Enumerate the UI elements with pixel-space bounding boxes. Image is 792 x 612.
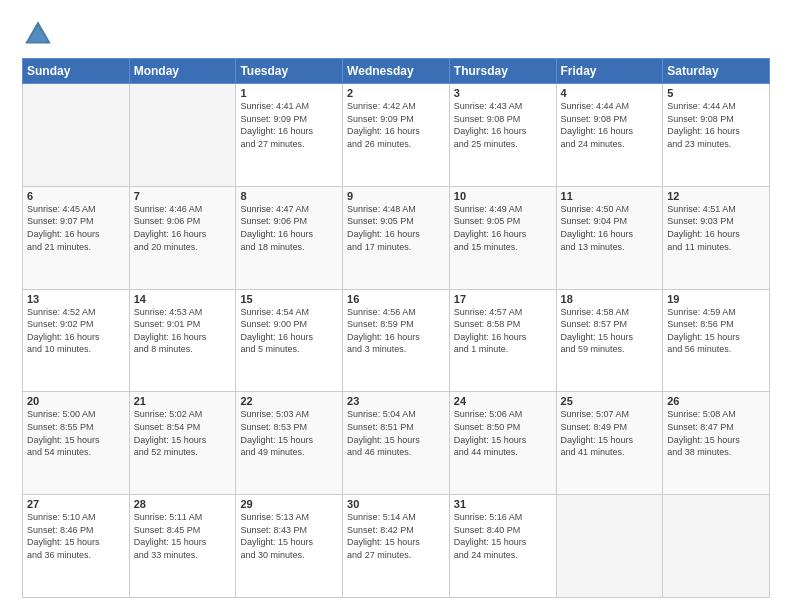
weekday-header-monday: Monday (129, 59, 236, 84)
calendar-cell: 14Sunrise: 4:53 AM Sunset: 9:01 PM Dayli… (129, 289, 236, 392)
day-number: 14 (134, 293, 232, 305)
calendar-cell: 20Sunrise: 5:00 AM Sunset: 8:55 PM Dayli… (23, 392, 130, 495)
calendar-cell: 1Sunrise: 4:41 AM Sunset: 9:09 PM Daylig… (236, 84, 343, 187)
calendar-cell: 18Sunrise: 4:58 AM Sunset: 8:57 PM Dayli… (556, 289, 663, 392)
day-number: 7 (134, 190, 232, 202)
calendar-cell: 3Sunrise: 4:43 AM Sunset: 9:08 PM Daylig… (449, 84, 556, 187)
calendar-cell: 30Sunrise: 5:14 AM Sunset: 8:42 PM Dayli… (343, 495, 450, 598)
day-info: Sunrise: 4:44 AM Sunset: 9:08 PM Dayligh… (667, 100, 765, 150)
calendar-cell: 31Sunrise: 5:16 AM Sunset: 8:40 PM Dayli… (449, 495, 556, 598)
calendar-week-row-2: 6Sunrise: 4:45 AM Sunset: 9:07 PM Daylig… (23, 186, 770, 289)
day-number: 24 (454, 395, 552, 407)
day-info: Sunrise: 5:07 AM Sunset: 8:49 PM Dayligh… (561, 408, 659, 458)
day-number: 2 (347, 87, 445, 99)
day-number: 9 (347, 190, 445, 202)
calendar-cell: 11Sunrise: 4:50 AM Sunset: 9:04 PM Dayli… (556, 186, 663, 289)
day-number: 31 (454, 498, 552, 510)
day-info: Sunrise: 4:56 AM Sunset: 8:59 PM Dayligh… (347, 306, 445, 356)
weekday-header-wednesday: Wednesday (343, 59, 450, 84)
day-number: 28 (134, 498, 232, 510)
day-number: 30 (347, 498, 445, 510)
day-number: 26 (667, 395, 765, 407)
calendar-cell: 21Sunrise: 5:02 AM Sunset: 8:54 PM Dayli… (129, 392, 236, 495)
day-info: Sunrise: 4:58 AM Sunset: 8:57 PM Dayligh… (561, 306, 659, 356)
calendar-cell: 9Sunrise: 4:48 AM Sunset: 9:05 PM Daylig… (343, 186, 450, 289)
calendar-week-row-5: 27Sunrise: 5:10 AM Sunset: 8:46 PM Dayli… (23, 495, 770, 598)
day-info: Sunrise: 5:03 AM Sunset: 8:53 PM Dayligh… (240, 408, 338, 458)
day-number: 15 (240, 293, 338, 305)
day-number: 20 (27, 395, 125, 407)
day-info: Sunrise: 4:41 AM Sunset: 9:09 PM Dayligh… (240, 100, 338, 150)
day-number: 4 (561, 87, 659, 99)
calendar-cell: 29Sunrise: 5:13 AM Sunset: 8:43 PM Dayli… (236, 495, 343, 598)
day-info: Sunrise: 4:52 AM Sunset: 9:02 PM Dayligh… (27, 306, 125, 356)
day-number: 19 (667, 293, 765, 305)
calendar-cell: 27Sunrise: 5:10 AM Sunset: 8:46 PM Dayli… (23, 495, 130, 598)
day-number: 16 (347, 293, 445, 305)
calendar-cell: 28Sunrise: 5:11 AM Sunset: 8:45 PM Dayli… (129, 495, 236, 598)
day-number: 11 (561, 190, 659, 202)
calendar-cell: 2Sunrise: 4:42 AM Sunset: 9:09 PM Daylig… (343, 84, 450, 187)
calendar-week-row-3: 13Sunrise: 4:52 AM Sunset: 9:02 PM Dayli… (23, 289, 770, 392)
day-info: Sunrise: 4:49 AM Sunset: 9:05 PM Dayligh… (454, 203, 552, 253)
day-info: Sunrise: 5:10 AM Sunset: 8:46 PM Dayligh… (27, 511, 125, 561)
calendar-cell: 12Sunrise: 4:51 AM Sunset: 9:03 PM Dayli… (663, 186, 770, 289)
day-number: 6 (27, 190, 125, 202)
calendar-cell: 10Sunrise: 4:49 AM Sunset: 9:05 PM Dayli… (449, 186, 556, 289)
calendar-table: SundayMondayTuesdayWednesdayThursdayFrid… (22, 58, 770, 598)
day-number: 8 (240, 190, 338, 202)
day-info: Sunrise: 5:14 AM Sunset: 8:42 PM Dayligh… (347, 511, 445, 561)
day-number: 1 (240, 87, 338, 99)
calendar-cell: 7Sunrise: 4:46 AM Sunset: 9:06 PM Daylig… (129, 186, 236, 289)
day-info: Sunrise: 5:13 AM Sunset: 8:43 PM Dayligh… (240, 511, 338, 561)
day-info: Sunrise: 4:44 AM Sunset: 9:08 PM Dayligh… (561, 100, 659, 150)
logo (22, 18, 58, 50)
day-number: 10 (454, 190, 552, 202)
calendar-week-row-4: 20Sunrise: 5:00 AM Sunset: 8:55 PM Dayli… (23, 392, 770, 495)
header (22, 18, 770, 50)
calendar-cell: 4Sunrise: 4:44 AM Sunset: 9:08 PM Daylig… (556, 84, 663, 187)
day-info: Sunrise: 4:43 AM Sunset: 9:08 PM Dayligh… (454, 100, 552, 150)
calendar-cell: 5Sunrise: 4:44 AM Sunset: 9:08 PM Daylig… (663, 84, 770, 187)
day-info: Sunrise: 4:59 AM Sunset: 8:56 PM Dayligh… (667, 306, 765, 356)
weekday-header-thursday: Thursday (449, 59, 556, 84)
day-info: Sunrise: 4:47 AM Sunset: 9:06 PM Dayligh… (240, 203, 338, 253)
calendar-cell: 19Sunrise: 4:59 AM Sunset: 8:56 PM Dayli… (663, 289, 770, 392)
calendar-week-row-1: 1Sunrise: 4:41 AM Sunset: 9:09 PM Daylig… (23, 84, 770, 187)
day-info: Sunrise: 4:57 AM Sunset: 8:58 PM Dayligh… (454, 306, 552, 356)
calendar-cell: 24Sunrise: 5:06 AM Sunset: 8:50 PM Dayli… (449, 392, 556, 495)
day-number: 13 (27, 293, 125, 305)
calendar-cell: 6Sunrise: 4:45 AM Sunset: 9:07 PM Daylig… (23, 186, 130, 289)
day-info: Sunrise: 4:51 AM Sunset: 9:03 PM Dayligh… (667, 203, 765, 253)
calendar-cell: 25Sunrise: 5:07 AM Sunset: 8:49 PM Dayli… (556, 392, 663, 495)
calendar-cell: 17Sunrise: 4:57 AM Sunset: 8:58 PM Dayli… (449, 289, 556, 392)
calendar-cell: 23Sunrise: 5:04 AM Sunset: 8:51 PM Dayli… (343, 392, 450, 495)
day-number: 25 (561, 395, 659, 407)
calendar-cell: 22Sunrise: 5:03 AM Sunset: 8:53 PM Dayli… (236, 392, 343, 495)
page: SundayMondayTuesdayWednesdayThursdayFrid… (0, 0, 792, 612)
day-info: Sunrise: 4:46 AM Sunset: 9:06 PM Dayligh… (134, 203, 232, 253)
calendar-cell: 26Sunrise: 5:08 AM Sunset: 8:47 PM Dayli… (663, 392, 770, 495)
calendar-cell: 15Sunrise: 4:54 AM Sunset: 9:00 PM Dayli… (236, 289, 343, 392)
calendar-cell: 16Sunrise: 4:56 AM Sunset: 8:59 PM Dayli… (343, 289, 450, 392)
logo-icon (22, 18, 54, 50)
day-info: Sunrise: 4:42 AM Sunset: 9:09 PM Dayligh… (347, 100, 445, 150)
day-info: Sunrise: 5:00 AM Sunset: 8:55 PM Dayligh… (27, 408, 125, 458)
weekday-header-sunday: Sunday (23, 59, 130, 84)
day-number: 12 (667, 190, 765, 202)
calendar-cell: 8Sunrise: 4:47 AM Sunset: 9:06 PM Daylig… (236, 186, 343, 289)
day-info: Sunrise: 4:45 AM Sunset: 9:07 PM Dayligh… (27, 203, 125, 253)
day-number: 29 (240, 498, 338, 510)
day-number: 22 (240, 395, 338, 407)
day-info: Sunrise: 5:02 AM Sunset: 8:54 PM Dayligh… (134, 408, 232, 458)
calendar-cell (23, 84, 130, 187)
calendar-cell: 13Sunrise: 4:52 AM Sunset: 9:02 PM Dayli… (23, 289, 130, 392)
day-number: 18 (561, 293, 659, 305)
weekday-header-tuesday: Tuesday (236, 59, 343, 84)
weekday-header-friday: Friday (556, 59, 663, 84)
day-number: 27 (27, 498, 125, 510)
calendar-cell (663, 495, 770, 598)
day-info: Sunrise: 5:08 AM Sunset: 8:47 PM Dayligh… (667, 408, 765, 458)
day-number: 3 (454, 87, 552, 99)
day-number: 5 (667, 87, 765, 99)
